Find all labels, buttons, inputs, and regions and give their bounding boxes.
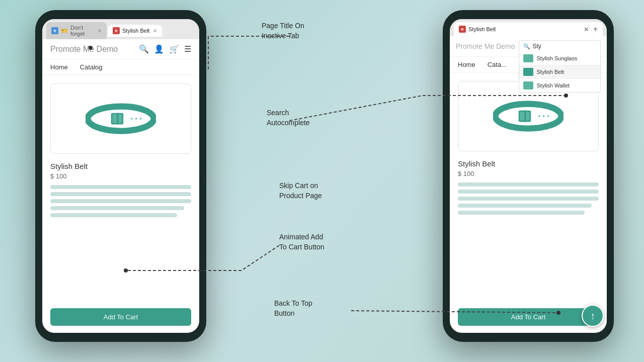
tab-icon-promote-active: R <box>113 27 120 34</box>
svg-point-6 <box>140 118 142 120</box>
site-header-right: Promote Me Demo 🔍 Sty Stylish Sunglass S… <box>450 36 607 57</box>
nav-home-right[interactable]: Home <box>458 61 475 68</box>
svg-point-5 <box>135 118 137 120</box>
tab-close-stylish-belt[interactable]: ✕ <box>153 28 157 34</box>
autocomplete-thumb-1 <box>523 68 533 76</box>
text-line-r5 <box>458 211 585 215</box>
text-line-r3 <box>458 197 599 201</box>
annotation-back-to-top: Back To Top Button <box>274 299 312 318</box>
left-phone-screen: R 🎫 Don't forget ✕ R Stylish Belt ✕ Prom… <box>42 19 199 333</box>
right-phone-screen: R Stylish Belt ✕ + Promote Me Demo 🔍 Sty… <box>450 19 607 333</box>
tab-label-right: Stylish Belt <box>468 26 496 32</box>
text-lines-right <box>458 183 599 215</box>
site-logo-left: Promote Me Demo <box>50 45 118 54</box>
product-name-left: Stylish Belt <box>50 162 191 170</box>
nav-home-left[interactable]: Home <box>50 63 68 71</box>
search-icon-right: 🔍 <box>523 43 530 50</box>
svg-point-13 <box>547 115 549 117</box>
svg-point-12 <box>543 115 545 117</box>
back-to-top-button[interactable]: ↑ <box>582 305 604 327</box>
search-icon[interactable]: 🔍 <box>139 44 149 54</box>
browser-tabs-left: R 🎫 Don't forget ✕ R Stylish Belt ✕ <box>42 19 199 39</box>
tab-stylish-belt[interactable]: R Stylish Belt ✕ <box>108 25 162 37</box>
product-price-left: $ 100 <box>50 172 191 180</box>
tab-new-right[interactable]: + <box>593 25 598 34</box>
text-line-1 <box>50 185 191 189</box>
text-line-3 <box>50 199 191 203</box>
tab-actions: ✕ + <box>584 25 598 34</box>
autocomplete-label-1: Stylish Belt <box>536 69 564 75</box>
add-to-cart-button-left[interactable]: Add To Cart <box>50 308 191 326</box>
site-logo-right: Promote Me Demo <box>456 42 515 50</box>
account-icon[interactable]: 👤 <box>154 44 164 54</box>
text-line-r1 <box>458 183 599 187</box>
search-bar-right[interactable]: 🔍 Sty Stylish Sunglass Stylish Belt Styl… <box>519 40 601 52</box>
annotation-animated-add: Animated Add To Cart Button <box>279 232 325 252</box>
text-line-r4 <box>458 204 592 208</box>
svg-rect-10 <box>524 111 526 122</box>
product-name-right: Stylish Belt <box>458 159 599 168</box>
product-info-right: Stylish Belt $ 100 <box>450 159 607 301</box>
nav-catalog-right[interactable]: Cata... <box>488 61 507 68</box>
svg-point-4 <box>131 118 133 120</box>
tab-icon-promote: R <box>51 27 58 34</box>
annotation-skip-cart: Skip Cart on Product Page <box>279 181 322 201</box>
svg-rect-3 <box>117 113 119 125</box>
product-image-left <box>50 83 191 154</box>
autocomplete-label-2: Stylish Wallet <box>536 82 570 88</box>
tab-label-dont-forget: Don't forget <box>70 25 94 37</box>
menu-icon[interactable]: ☰ <box>184 44 191 54</box>
autocomplete-thumb-0 <box>523 54 533 62</box>
autocomplete-item-0[interactable]: Stylish Sunglass <box>519 52 600 65</box>
site-header-left: Promote Me Demo 🔍 👤 🛒 ☰ <box>42 39 199 59</box>
search-autocomplete-dropdown: Stylish Sunglass Stylish Belt Stylish Wa… <box>519 52 601 93</box>
tab-icon-right: R <box>459 26 466 33</box>
tab-dont-forget[interactable]: R 🎫 Don't forget ✕ <box>46 22 107 39</box>
tab-close-dont-forget[interactable]: ✕ <box>98 28 102 34</box>
belt-image-right <box>493 99 564 134</box>
tab-close-right[interactable]: ✕ <box>584 26 589 33</box>
autocomplete-item-1[interactable]: Stylish Belt <box>519 65 600 79</box>
browser-tabs-right: R Stylish Belt ✕ + <box>450 19 607 36</box>
site-nav-left: Home Catalog <box>42 59 199 75</box>
belt-image-left <box>86 101 156 136</box>
text-line-4 <box>50 206 184 210</box>
right-phone: R Stylish Belt ✕ + Promote Me Demo 🔍 Sty… <box>443 10 614 342</box>
left-phone: R 🎫 Don't forget ✕ R Stylish Belt ✕ Prom… <box>35 10 206 342</box>
autocomplete-item-2[interactable]: Stylish Wallet <box>519 79 600 92</box>
annotation-page-title: Page Title On Inactive Tab <box>262 21 304 41</box>
autocomplete-thumb-2 <box>523 81 533 89</box>
cart-icon[interactable]: 🛒 <box>169 44 179 54</box>
text-line-5 <box>50 213 177 217</box>
text-line-r2 <box>458 190 599 194</box>
search-input-right[interactable]: Sty <box>532 43 541 50</box>
site-icons-left: 🔍 👤 🛒 ☰ <box>139 44 191 54</box>
add-to-cart-button-right[interactable]: Add To Cart <box>458 308 599 326</box>
tab-emoji: 🎫 <box>61 28 68 34</box>
nav-catalog-left[interactable]: Catalog <box>80 63 103 71</box>
tab-right-stylish-belt[interactable]: R Stylish Belt ✕ + <box>454 22 603 36</box>
text-lines-left <box>50 185 191 217</box>
svg-point-11 <box>538 115 540 117</box>
tab-label-stylish-belt: Stylish Belt <box>122 28 149 34</box>
annotation-search: Search Autocomplete <box>267 108 310 128</box>
autocomplete-label-0: Stylish Sunglass <box>536 55 577 61</box>
text-line-2 <box>50 192 191 196</box>
product-price-right: $ 100 <box>458 170 599 177</box>
product-info-left: Stylish Belt $ 100 <box>42 162 199 301</box>
svg-line-20 <box>242 245 279 270</box>
